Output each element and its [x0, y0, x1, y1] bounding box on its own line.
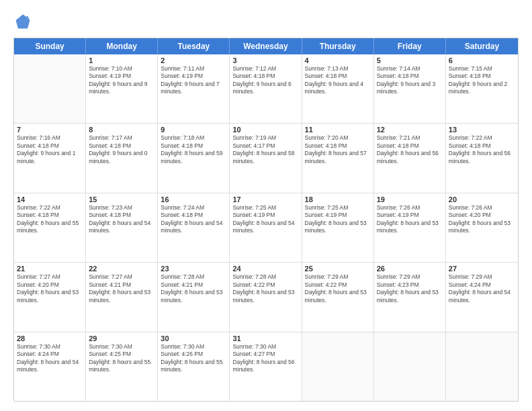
sunrise-text: Sunrise: 7:25 AM — [232, 204, 298, 212]
sunset-text: Sunset: 4:18 PM — [449, 73, 515, 80]
sunset-text: Sunset: 4:24 PM — [17, 351, 83, 358]
daylight-text: Daylight: 8 hours and 54 minutes. — [449, 289, 515, 304]
sunset-text: Sunset: 4:19 PM — [305, 212, 371, 219]
sunrise-text: Sunrise: 7:10 AM — [89, 65, 154, 73]
calendar-cell-r1c4: 11Sunrise: 7:20 AMSunset: 4:18 PMDayligh… — [302, 124, 374, 192]
sunset-text: Sunset: 4:18 PM — [449, 142, 515, 150]
day-number: 24 — [232, 265, 298, 273]
calendar-cell-r1c3: 10Sunrise: 7:19 AMSunset: 4:17 PMDayligh… — [230, 124, 302, 192]
sunset-text: Sunset: 4:18 PM — [377, 142, 443, 150]
daylight-text: Daylight: 8 hours and 53 minutes. — [232, 289, 298, 304]
sunset-text: Sunset: 4:22 PM — [305, 281, 371, 289]
day-number: 1 — [89, 56, 154, 64]
header — [13, 12, 519, 31]
calendar-header: SundayMondayTuesdayWednesdayThursdayFrid… — [14, 38, 518, 54]
daylight-text: Daylight: 8 hours and 56 minutes. — [449, 150, 515, 165]
day-number: 14 — [17, 195, 83, 203]
sunrise-text: Sunrise: 7:11 AM — [161, 65, 226, 73]
daylight-text: Daylight: 8 hours and 53 minutes. — [377, 220, 443, 235]
daylight-text: Daylight: 8 hours and 54 minutes. — [89, 220, 154, 235]
daylight-text: Daylight: 9 hours and 9 minutes. — [89, 81, 154, 96]
day-number: 17 — [232, 195, 298, 203]
day-number: 12 — [377, 126, 443, 134]
sunrise-text: Sunrise: 7:26 AM — [449, 204, 515, 212]
daylight-text: Daylight: 9 hours and 4 minutes. — [305, 81, 371, 96]
header-day-sunday: Sunday — [14, 38, 86, 54]
sunrise-text: Sunrise: 7:16 AM — [17, 134, 83, 142]
daylight-text: Daylight: 8 hours and 53 minutes. — [305, 289, 371, 304]
calendar-cell-r0c6: 6Sunrise: 7:15 AMSunset: 4:18 PMDaylight… — [446, 54, 518, 123]
sunrise-text: Sunrise: 7:12 AM — [232, 65, 298, 73]
calendar-cell-r0c4: 4Sunrise: 7:13 AMSunset: 4:18 PMDaylight… — [302, 54, 374, 123]
calendar-cell-r3c6: 27Sunrise: 7:29 AMSunset: 4:24 PMDayligh… — [446, 263, 518, 331]
daylight-text: Daylight: 8 hours and 53 minutes. — [161, 289, 226, 304]
sunrise-text: Sunrise: 7:17 AM — [89, 134, 154, 142]
day-number: 27 — [449, 265, 515, 273]
sunset-text: Sunset: 4:18 PM — [232, 73, 298, 80]
day-number: 5 — [377, 56, 443, 64]
calendar-cell-r4c5 — [374, 332, 446, 401]
day-number: 4 — [305, 56, 371, 64]
calendar-cell-r3c0: 21Sunrise: 7:27 AMSunset: 4:20 PMDayligh… — [14, 263, 86, 331]
calendar-cell-r4c6 — [446, 332, 518, 401]
daylight-text: Daylight: 8 hours and 55 minutes. — [161, 359, 226, 374]
logo — [13, 12, 35, 31]
daylight-text: Daylight: 9 hours and 2 minutes. — [449, 81, 515, 96]
calendar-cell-r0c2: 2Sunrise: 7:11 AMSunset: 4:19 PMDaylight… — [158, 54, 230, 123]
calendar-row-0: 1Sunrise: 7:10 AMSunset: 4:19 PMDaylight… — [14, 54, 518, 124]
sunrise-text: Sunrise: 7:24 AM — [161, 204, 226, 212]
sunrise-text: Sunrise: 7:26 AM — [377, 204, 443, 212]
calendar: SundayMondayTuesdayWednesdayThursdayFrid… — [13, 38, 519, 402]
sunset-text: Sunset: 4:24 PM — [449, 281, 515, 289]
day-number: 3 — [232, 56, 298, 64]
sunset-text: Sunset: 4:26 PM — [161, 351, 226, 358]
calendar-cell-r1c5: 12Sunrise: 7:21 AMSunset: 4:18 PMDayligh… — [374, 124, 446, 192]
day-number: 16 — [161, 195, 226, 203]
sunset-text: Sunset: 4:18 PM — [377, 73, 443, 80]
daylight-text: Daylight: 8 hours and 53 minutes. — [89, 289, 154, 304]
day-number: 21 — [17, 265, 83, 273]
page: SundayMondayTuesdayWednesdayThursdayFrid… — [0, 0, 532, 411]
day-number: 31 — [232, 334, 298, 342]
logo-icon — [13, 12, 32, 31]
day-number: 7 — [17, 126, 83, 134]
sunset-text: Sunset: 4:18 PM — [17, 142, 83, 150]
sunset-text: Sunset: 4:19 PM — [232, 212, 298, 219]
calendar-cell-r3c1: 22Sunrise: 7:27 AMSunset: 4:21 PMDayligh… — [86, 263, 158, 331]
sunrise-text: Sunrise: 7:20 AM — [305, 134, 371, 142]
calendar-row-3: 21Sunrise: 7:27 AMSunset: 4:20 PMDayligh… — [14, 263, 518, 332]
daylight-text: Daylight: 8 hours and 56 minutes. — [232, 359, 298, 374]
calendar-cell-r1c0: 7Sunrise: 7:16 AMSunset: 4:18 PMDaylight… — [14, 124, 86, 192]
sunrise-text: Sunrise: 7:22 AM — [17, 204, 83, 212]
sunrise-text: Sunrise: 7:27 AM — [17, 273, 83, 281]
header-day-saturday: Saturday — [446, 38, 518, 54]
sunrise-text: Sunrise: 7:30 AM — [161, 343, 226, 351]
day-number: 30 — [161, 334, 226, 342]
sunrise-text: Sunrise: 7:21 AM — [377, 134, 443, 142]
sunset-text: Sunset: 4:21 PM — [89, 281, 154, 289]
header-day-tuesday: Tuesday — [158, 38, 230, 54]
sunset-text: Sunset: 4:18 PM — [89, 212, 154, 219]
calendar-cell-r2c0: 14Sunrise: 7:22 AMSunset: 4:18 PMDayligh… — [14, 193, 86, 262]
day-number: 15 — [89, 195, 154, 203]
calendar-cell-r1c2: 9Sunrise: 7:18 AMSunset: 4:18 PMDaylight… — [158, 124, 230, 192]
sunset-text: Sunset: 4:19 PM — [377, 212, 443, 219]
calendar-row-4: 28Sunrise: 7:30 AMSunset: 4:24 PMDayligh… — [14, 332, 518, 401]
calendar-cell-r4c4 — [302, 332, 374, 401]
sunset-text: Sunset: 4:23 PM — [377, 281, 443, 289]
daylight-text: Daylight: 8 hours and 53 minutes. — [305, 220, 371, 235]
sunset-text: Sunset: 4:19 PM — [161, 73, 226, 80]
sunrise-text: Sunrise: 7:28 AM — [232, 273, 298, 281]
sunset-text: Sunset: 4:18 PM — [161, 212, 226, 219]
daylight-text: Daylight: 9 hours and 7 minutes. — [161, 81, 226, 96]
calendar-row-2: 14Sunrise: 7:22 AMSunset: 4:18 PMDayligh… — [14, 193, 518, 263]
sunrise-text: Sunrise: 7:19 AM — [232, 134, 298, 142]
calendar-row-1: 7Sunrise: 7:16 AMSunset: 4:18 PMDaylight… — [14, 124, 518, 193]
calendar-cell-r2c3: 17Sunrise: 7:25 AMSunset: 4:19 PMDayligh… — [230, 193, 302, 262]
day-number: 8 — [89, 126, 154, 134]
calendar-cell-r2c6: 20Sunrise: 7:26 AMSunset: 4:20 PMDayligh… — [446, 193, 518, 262]
daylight-text: Daylight: 8 hours and 53 minutes. — [17, 289, 83, 304]
sunset-text: Sunset: 4:18 PM — [161, 142, 226, 150]
day-number: 19 — [377, 195, 443, 203]
calendar-cell-r1c6: 13Sunrise: 7:22 AMSunset: 4:18 PMDayligh… — [446, 124, 518, 192]
